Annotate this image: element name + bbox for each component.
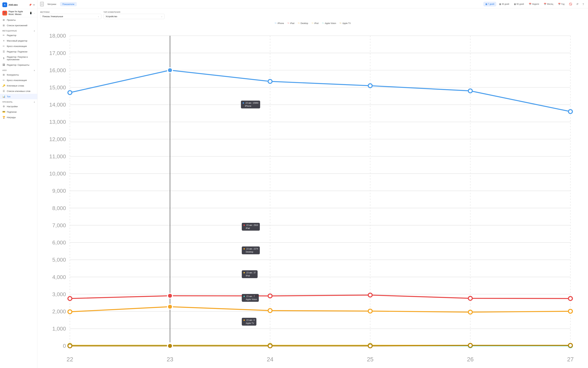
- svg-text:1,000: 1,000: [52, 326, 66, 332]
- sidebar-item-editor[interactable]: ✏ Редактор: [0, 33, 37, 38]
- sidebar-item-app-list[interactable]: ⊞ Список приложений: [0, 23, 37, 28]
- metadata-section-header: МЕТАДАННЫЕ ∧: [0, 28, 37, 33]
- metrics-filter-label: МЕТРИКИ: [40, 11, 101, 13]
- filters-row: МЕТРИКИ Показы Уникальные ⌄ ТИП ИЗМЕРЕНИ…: [40, 11, 585, 19]
- time-button-month[interactable]: 📅 Месяц: [542, 2, 555, 6]
- time-button-year[interactable]: 📅 Год: [556, 2, 566, 6]
- tab-metrics[interactable]: Метрики: [45, 2, 59, 6]
- app-logo: A: [2, 2, 7, 7]
- sidebar: A ASO.dev 📌 ✉ 🎵 Player for Apple Music: …: [0, 0, 37, 368]
- legend-desktop-wave: 〜: [298, 22, 300, 25]
- svg-text:15,000: 15,000: [49, 84, 66, 91]
- achievements-icon: 🏆: [2, 116, 5, 119]
- refresh-button[interactable]: ↺: [575, 2, 580, 7]
- app-entry-device-icon: 📱: [29, 12, 32, 14]
- svg-point-53: [268, 80, 272, 83]
- svg-text:18,000: 18,000: [49, 33, 66, 39]
- editor-subscriptions-icon: ☰: [2, 50, 5, 53]
- sidebar-item-editor-screenshots[interactable]: 🖼 Редактор: Скриншоты: [0, 62, 37, 68]
- cross-locale-aso-icon: ✂: [2, 79, 5, 82]
- aso-collapse-icon[interactable]: ∧: [34, 69, 35, 71]
- subscriptions-label: Подписки: [7, 111, 17, 113]
- time-30d-icon: ▦: [499, 3, 501, 5]
- time-week-label: Неделя: [532, 3, 539, 5]
- legend-iphone[interactable]: 〜 iPhone: [275, 22, 284, 25]
- sidebar-item-editor-subscriptions[interactable]: ☰ Редактор: Подписки: [0, 49, 37, 54]
- svg-point-62: [569, 296, 572, 300]
- metrics-filter-value: Показы Уникальные: [42, 15, 63, 18]
- editor-subscriptions-label: Редактор: Подписки: [7, 50, 27, 53]
- legend-apple-vision[interactable]: 〜 Apple Vision: [322, 22, 336, 25]
- measurement-filter-select[interactable]: Устройство ⌄: [103, 14, 165, 19]
- legend-iphone-label: iPhone: [278, 22, 284, 25]
- svg-point-68: [569, 309, 572, 313]
- legend-desktop-label: Desktop: [301, 22, 308, 25]
- legend-ipod[interactable]: 〜 iPod: [312, 22, 318, 25]
- measurement-filter-value: Устройство: [106, 15, 117, 18]
- block-button[interactable]: 🚫: [568, 2, 574, 7]
- svg-text:5,000: 5,000: [52, 257, 66, 263]
- svg-point-57: [68, 296, 72, 300]
- metrics-filter-select[interactable]: Показы Уникальные ⌄: [40, 14, 101, 19]
- svg-point-60: [368, 293, 372, 297]
- legend-ipad[interactable]: 〜 iPad: [287, 22, 294, 25]
- metadata-collapse-icon[interactable]: ∧: [34, 30, 35, 32]
- svg-text:0: 0: [63, 343, 66, 349]
- svg-text:26: 26: [467, 356, 474, 363]
- editor-screenshots-icon: 🖼: [2, 64, 5, 66]
- sidebar-item-cross-locale[interactable]: ✂ Кросс-локализация: [0, 43, 37, 49]
- sidebar-item-keyword-list[interactable]: ☰ Список ключевых слов: [0, 88, 37, 94]
- sidebar-item-competitors[interactable]: ⊞ Конкуренты: [0, 72, 37, 77]
- sidebar-item-mass-editor[interactable]: ≡ Массовый редактор: [0, 38, 37, 43]
- sidebar-item-projects[interactable]: ⊞ Проекты: [0, 17, 37, 23]
- svg-text:3,000: 3,000: [52, 291, 66, 297]
- profile-section-header: ПРОФИЛЬ ∧: [0, 99, 37, 104]
- profile-label: ПРОФИЛЬ: [2, 101, 13, 103]
- measurement-filter-label: ТИП ИЗМЕРЕНИЯ: [103, 11, 165, 13]
- svg-text:13,000: 13,000: [49, 119, 66, 125]
- legend-apple-tv[interactable]: 〜 Apple TV: [339, 22, 351, 25]
- chart-legend: 〜 iPhone 〜 iPad 〜 Desktop 〜 iPod 〜 Apple…: [40, 22, 585, 25]
- legend-apple-vision-label: Apple Vision: [325, 22, 336, 25]
- svg-point-87: [168, 68, 172, 73]
- competitors-icon: ⊞: [2, 73, 5, 76]
- achievements-label: Награды: [7, 116, 16, 119]
- selected-app-entry[interactable]: 🎵 Player for Apple Music: Meows 📱 ⌄: [0, 9, 37, 17]
- content-area: МЕТРИКИ Показы Уникальные ⌄ ТИП ИЗМЕРЕНИ…: [37, 8, 588, 368]
- mail-icon[interactable]: ✉: [33, 4, 35, 6]
- tab-indicators[interactable]: Показатели: [60, 2, 77, 6]
- profile-collapse-icon[interactable]: ∧: [34, 101, 35, 103]
- help-button[interactable]: ?: [581, 2, 585, 7]
- keyword-list-label: Список ключевых слов: [7, 90, 30, 92]
- back-button[interactable]: ‹: [40, 2, 44, 6]
- time-month-label: Месяц: [547, 3, 553, 5]
- sidebar-item-subscriptions[interactable]: 💳 Подписки: [0, 109, 37, 115]
- pin-icon[interactable]: 📌: [29, 4, 32, 6]
- sidebar-item-editor-purchases[interactable]: $ Редактор: Покупки в приложении: [0, 54, 37, 62]
- time-button-30d[interactable]: ▦ 30 дней: [498, 2, 511, 6]
- svg-text:12,000: 12,000: [49, 136, 66, 142]
- svg-point-86: [569, 343, 572, 347]
- legend-desktop[interactable]: 〜 Desktop: [298, 22, 308, 25]
- time-button-7d[interactable]: ▦ 7 дней: [484, 2, 496, 6]
- sidebar-item-achievements[interactable]: 🏆 Награды: [0, 115, 37, 120]
- top-bar: ‹ Метрики Показатели ▦ 7 дней ▦ 30 дней …: [37, 0, 588, 8]
- mass-editor-label: Массовый редактор: [7, 39, 27, 42]
- legend-ipod-label: iPod: [314, 22, 318, 25]
- time-month-icon: 📅: [544, 3, 546, 5]
- editor-screenshots-label: Редактор: Скриншоты: [7, 64, 29, 66]
- sidebar-item-cross-locale-aso[interactable]: ✂ Кросс-локализация: [0, 77, 37, 83]
- time-button-week[interactable]: 📅 Неделя: [527, 2, 541, 6]
- svg-text:24: 24: [267, 356, 273, 363]
- svg-point-83: [268, 344, 272, 348]
- svg-point-89: [168, 304, 172, 309]
- time-button-90d[interactable]: ▦ 90 дней: [512, 2, 526, 6]
- sidebar-item-top[interactable]: 📊 Топ: [0, 94, 37, 99]
- main-panel: ‹ Метрики Показатели ▦ 7 дней ▦ 30 дней …: [37, 0, 588, 368]
- sidebar-item-keywords[interactable]: 🔑 Ключевые слова: [0, 83, 37, 88]
- legend-iphone-wave: 〜: [275, 22, 277, 25]
- svg-point-67: [468, 310, 472, 314]
- sidebar-item-settings[interactable]: ⚙ Настройки: [0, 104, 37, 109]
- editor-purchases-icon: $: [2, 57, 5, 60]
- editor-purchases-label: Редактор: Покупки в приложении: [7, 56, 35, 61]
